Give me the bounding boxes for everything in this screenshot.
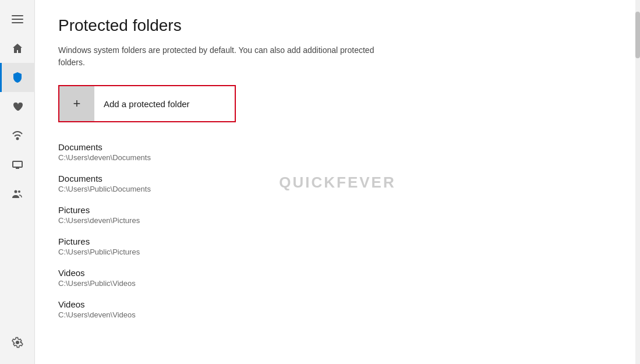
content-wrapper: Protected folders Windows system folders… [35,0,640,364]
add-protected-folder-button[interactable]: + Add a protected folder [58,85,236,122]
svg-point-6 [14,190,17,193]
add-folder-label: Add a protected folder [94,99,190,109]
sidebar-item-family[interactable] [0,179,35,208]
home-icon [12,43,23,54]
wifi-icon [12,130,23,142]
folder-item: Videos C:\Users\Public\Videos [58,262,612,294]
svg-rect-4 [13,161,22,167]
folder-item: Pictures C:\Users\deven\Pictures [58,199,612,231]
folder-item: Documents C:\Users\Public\Documents [58,168,612,199]
sidebar-item-network[interactable] [0,121,35,150]
scrollbar-thumb[interactable] [635,12,640,58]
folder-item: Pictures C:\Users\Public\Pictures [58,231,612,262]
folder-path: C:\Users\deven\Documents [58,153,612,162]
page-title: Protected folders [58,16,612,35]
folder-path: C:\Users\Public\Documents [58,185,612,193]
sidebar-item-home[interactable] [0,34,35,63]
hamburger-icon [12,13,23,25]
folder-list: Documents C:\Users\deven\Documents Docum… [58,136,612,325]
svg-rect-1 [12,19,23,20]
sidebar-item-settings[interactable] [0,328,35,357]
sidebar-item-device[interactable] [0,150,35,179]
folder-name: Pictures [58,236,612,246]
svg-rect-2 [12,22,23,23]
sidebar [0,0,35,364]
sidebar-item-health[interactable] [0,92,35,121]
folder-name: Pictures [58,205,612,215]
svg-point-7 [18,190,20,193]
folder-name: Videos [58,268,612,278]
svg-point-3 [16,138,18,140]
folder-item: Videos C:\Users\deven\Videos [58,294,612,325]
svg-rect-5 [16,168,19,169]
folder-path: C:\Users\deven\Videos [58,310,612,319]
folder-name: Videos [58,299,612,309]
svg-rect-0 [12,15,23,16]
folder-path: C:\Users\Public\Pictures [58,248,612,256]
plus-icon: + [73,97,81,110]
gear-icon [12,337,23,348]
device-icon [12,159,23,171]
family-icon [12,188,23,200]
shield-icon [12,72,23,83]
folder-name: Documents [58,142,612,152]
sidebar-item-menu[interactable] [0,5,35,34]
sidebar-item-shield[interactable] [0,63,35,92]
folder-path: C:\Users\deven\Pictures [58,216,612,225]
folder-name: Documents [58,174,612,183]
page-description: Windows system folders are protected by … [58,44,384,69]
folder-path: C:\Users\Public\Videos [58,279,612,288]
scrollbar-track[interactable] [635,0,640,364]
main-content: Protected folders Windows system folders… [35,0,635,364]
plus-box: + [59,86,94,121]
heart-icon [12,101,23,112]
folder-item: Documents C:\Users\deven\Documents [58,136,612,168]
